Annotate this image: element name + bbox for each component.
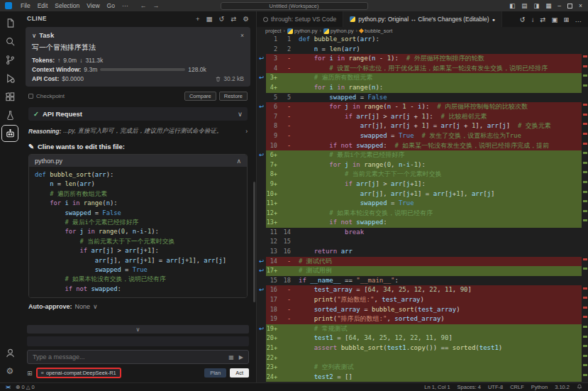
revert-change-icon[interactable]: ↩ bbox=[257, 266, 266, 276]
customize-layout-icon[interactable]: ▦ bbox=[545, 2, 551, 9]
activity-source-control-icon[interactable] bbox=[1, 51, 18, 68]
message-input[interactable] bbox=[33, 353, 228, 360]
menu-edit[interactable]: Edit bbox=[34, 2, 52, 9]
activity-settings-icon[interactable]: ⚙ bbox=[1, 363, 18, 380]
activity-search-icon[interactable] bbox=[1, 33, 18, 50]
reasoning-chevron-icon[interactable]: › bbox=[245, 128, 248, 135]
reasoning-text: ...py, 直接写入即可，完成后，建议用户运行测试命令验证。 bbox=[63, 127, 242, 136]
activity-cline-icon[interactable] bbox=[1, 125, 18, 142]
revert-change-icon[interactable]: ↩ bbox=[257, 150, 266, 160]
api-request-chevron-icon[interactable]: ∨ bbox=[238, 110, 243, 118]
act-mode-button[interactable]: Act bbox=[230, 368, 249, 378]
split-editor-icon[interactable]: ⊞ bbox=[564, 16, 570, 23]
view-grid-icon[interactable]: ▦ bbox=[206, 15, 213, 23]
status-3-10-2[interactable]: 3.10.2 bbox=[555, 384, 570, 390]
activity-testing-icon[interactable] bbox=[1, 106, 18, 123]
gutter-margin bbox=[257, 218, 266, 228]
status-utf-8[interactable]: UTF-8 bbox=[488, 384, 503, 390]
activity-extensions-icon[interactable] bbox=[1, 88, 18, 105]
menu-selection[interactable]: Selection bbox=[51, 2, 83, 9]
ruler-add-mark bbox=[583, 152, 587, 154]
code-line-text: # 测试用例 bbox=[293, 266, 588, 276]
status-ln-1-col-1[interactable]: Ln 1, Col 1 bbox=[424, 384, 450, 390]
diff-line-del: 18- sorted_array = bubble_sort(test_arra… bbox=[257, 305, 588, 315]
file-card-header[interactable]: python.py ∧ bbox=[29, 155, 247, 167]
open-file-icon[interactable]: ▣ bbox=[552, 16, 558, 23]
dirty-indicator-icon[interactable]: ● bbox=[492, 17, 495, 22]
settings-icon[interactable]: ⚙ bbox=[243, 15, 249, 23]
menu-go[interactable]: Go bbox=[104, 2, 118, 9]
revert-change-icon[interactable]: ↩ bbox=[257, 102, 266, 112]
export-icon[interactable]: ⇄ bbox=[231, 15, 237, 23]
send-message-icon[interactable]: ▶ bbox=[239, 354, 243, 360]
code-line-text: arr[j], arr[j+1] = arr[j+1], arr[j] bbox=[293, 189, 588, 199]
status-spaces-4[interactable]: Spaces: 4 bbox=[457, 384, 481, 390]
file-card-collapse-icon[interactable]: ∧ bbox=[236, 158, 241, 165]
api-provider-icon[interactable]: ⊞ bbox=[27, 370, 33, 377]
gutter-margin bbox=[257, 160, 266, 170]
breadcrumb-item-bubble_sort[interactable]: bubble_sort bbox=[360, 28, 392, 34]
attach-image-icon[interactable]: ▦ bbox=[228, 354, 234, 360]
code-line-text: test2 = [] bbox=[293, 373, 588, 382]
trash-icon[interactable] bbox=[215, 76, 221, 82]
breadcrumb-item-project[interactable]: project bbox=[265, 28, 282, 34]
toggle-secondary-sidebar-icon[interactable]: ◨ bbox=[533, 2, 539, 9]
model-selector[interactable]: ≡ openai-compat:DeepSeek-R1 bbox=[36, 368, 121, 378]
task-collapse-icon[interactable]: ∨ bbox=[32, 32, 36, 39]
nav-back-icon[interactable]: ← bbox=[140, 2, 146, 9]
toggle-sidebar-icon[interactable]: ◧ bbox=[509, 2, 515, 9]
more-actions-icon[interactable]: … bbox=[575, 16, 582, 23]
remote-indicator[interactable]: >< bbox=[6, 385, 10, 390]
revert-change-icon[interactable]: ↩ bbox=[257, 257, 266, 267]
secondary-bar[interactable] bbox=[27, 336, 249, 346]
tab-walkthrough[interactable]: through: Setup VS Code bbox=[257, 11, 343, 27]
revert-change-icon[interactable]: ↩ bbox=[257, 324, 266, 334]
code-preview-line: for j in range(0, n-i-1): bbox=[35, 227, 241, 236]
history-icon[interactable]: ↺ bbox=[219, 15, 225, 23]
plan-mode-button[interactable]: Plan bbox=[204, 368, 226, 378]
nav-forward-icon[interactable]: → bbox=[152, 2, 159, 9]
scroll-down-bar[interactable]: ∨ bbox=[27, 325, 249, 334]
ruler-add-mark bbox=[583, 219, 587, 221]
file-name: python.py bbox=[35, 158, 62, 165]
auto-approve-chevron-icon[interactable]: ∨ bbox=[93, 303, 98, 310]
reasoning-label: Reasoning: bbox=[28, 128, 61, 135]
tab-diff-python[interactable]: python.py: Original ↔ Cline's Changes (E… bbox=[343, 11, 502, 27]
revert-file-icon[interactable]: ↺ bbox=[520, 16, 526, 23]
toggle-panel-icon[interactable]: ▤ bbox=[521, 2, 527, 9]
activity-explorer-icon[interactable] bbox=[1, 14, 18, 31]
breadcrumb-item-python-py[interactable]: python.py bbox=[323, 28, 354, 34]
breadcrumb-item-python-py[interactable]: python.py bbox=[287, 28, 318, 34]
activity-run-debug-icon[interactable] bbox=[1, 70, 18, 87]
swap-diff-sides-icon[interactable]: ⇄ bbox=[540, 16, 546, 23]
command-center[interactable]: Untitled (Workspace) bbox=[221, 2, 368, 10]
window-close-button[interactable]: × bbox=[579, 2, 582, 9]
code-line-text: # 最后i个元素已经排好序 bbox=[293, 150, 588, 160]
tokens-label: Tokens: bbox=[32, 57, 55, 64]
revert-change-icon[interactable]: ↩ bbox=[257, 54, 266, 64]
next-change-icon[interactable]: ↓ bbox=[531, 16, 535, 23]
compare-button[interactable]: Compare bbox=[184, 92, 216, 101]
problems-status[interactable]: ⊗ 0 △ 0 bbox=[16, 384, 34, 390]
menu-file[interactable]: File bbox=[17, 2, 34, 9]
api-request-row[interactable]: ✓ API Request ∨ bbox=[28, 107, 248, 121]
status-crlf[interactable]: CRLF bbox=[510, 384, 524, 390]
window-maximize-button[interactable] bbox=[567, 4, 572, 9]
activity-account-icon[interactable] bbox=[1, 344, 18, 361]
revert-change-icon[interactable]: ↩ bbox=[257, 285, 266, 295]
auto-approve-row[interactable]: Auto-approve: None ∨ bbox=[28, 303, 248, 310]
ruler-del-mark bbox=[583, 114, 587, 116]
status-python[interactable]: Python bbox=[531, 384, 548, 390]
reasoning-row[interactable]: Reasoning: ...py, 直接写入即可，完成后，建议用户运行测试命令验… bbox=[28, 127, 248, 136]
task-close-icon[interactable]: × bbox=[240, 32, 244, 39]
revert-change-icon[interactable]: ↩ bbox=[257, 73, 266, 83]
diff-line-add: 12+ # 如果本轮没有交换，说明已经有序 bbox=[257, 209, 588, 219]
notifications-bell-icon[interactable] bbox=[577, 384, 582, 391]
auto-approve-label: Auto-approve: bbox=[28, 303, 72, 310]
new-task-icon[interactable]: + bbox=[196, 15, 200, 23]
window-minimize-button[interactable]: – bbox=[558, 2, 561, 9]
sidebar-scrollbar[interactable] bbox=[253, 182, 255, 302]
menu-view[interactable]: View bbox=[83, 2, 103, 9]
menu-more[interactable]: ⋯ bbox=[118, 2, 132, 9]
restore-button[interactable]: Restore bbox=[219, 92, 248, 101]
